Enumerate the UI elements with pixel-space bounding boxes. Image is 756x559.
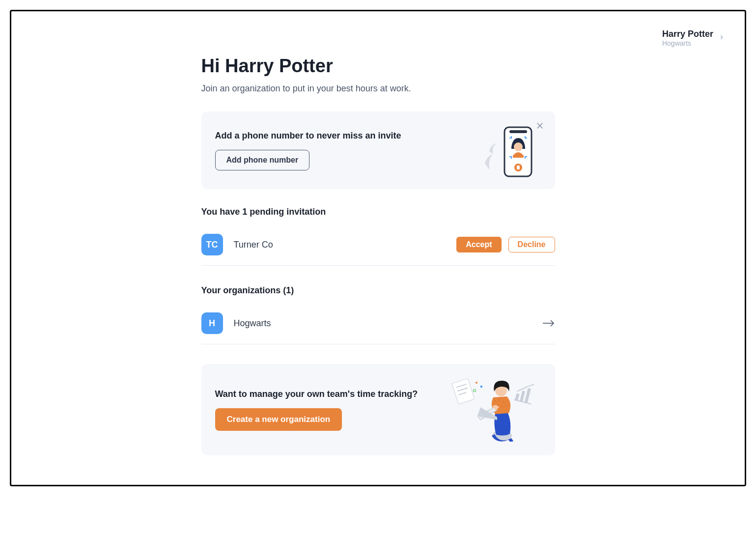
phone-prompt-title: Add a phone number to never miss an invi… (215, 131, 482, 141)
page-greeting: Hi Harry Potter (201, 56, 555, 77)
user-menu-org: Hogwarts (662, 39, 713, 47)
svg-point-1 (514, 142, 523, 151)
svg-point-15 (476, 382, 477, 384)
svg-rect-12 (515, 393, 519, 401)
phone-prompt-card: Add a phone number to never miss an invi… (201, 112, 555, 189)
main-container: Hi Harry Potter Join an organization to … (201, 56, 555, 455)
pending-heading: You have 1 pending invitation (201, 207, 555, 217)
create-org-title: Want to manage your own team's time trac… (215, 389, 448, 399)
user-menu[interactable]: Harry Potter Hogwarts (662, 29, 725, 47)
user-menu-name: Harry Potter (662, 29, 713, 39)
create-org-card: Want to manage your own team's time trac… (201, 364, 555, 455)
svg-rect-13 (519, 391, 525, 402)
woman-laptop-illustration (448, 378, 541, 442)
org-avatar: H (201, 312, 223, 334)
chevron-right-icon (718, 34, 725, 43)
create-org-button[interactable]: Create a new organization (215, 408, 342, 431)
invite-org-name: Turner Co (234, 240, 273, 250)
add-phone-button[interactable]: Add phone number (215, 150, 310, 170)
svg-rect-3 (517, 166, 520, 169)
org-row[interactable]: H Hogwarts (201, 307, 555, 344)
phone-illustration (482, 123, 536, 177)
page-subtitle: Join an organization to put in your best… (201, 84, 555, 94)
user-menu-text: Harry Potter Hogwarts (662, 29, 713, 47)
accept-button[interactable]: Accept (456, 237, 501, 252)
svg-point-17 (473, 390, 476, 392)
invite-avatar: TC (201, 234, 223, 255)
org-name: Hogwarts (234, 318, 271, 329)
arrow-right-icon (542, 319, 555, 327)
orgs-heading: Your organizations (1) (201, 285, 555, 296)
svg-rect-16 (480, 386, 482, 388)
decline-button[interactable]: Decline (508, 237, 555, 252)
invite-row: TC Turner Co Accept Decline (201, 229, 555, 266)
svg-rect-7 (452, 378, 475, 404)
app-frame: Harry Potter Hogwarts Hi Harry Potter Jo… (10, 10, 746, 486)
svg-rect-14 (524, 388, 531, 403)
close-icon[interactable] (535, 121, 544, 132)
